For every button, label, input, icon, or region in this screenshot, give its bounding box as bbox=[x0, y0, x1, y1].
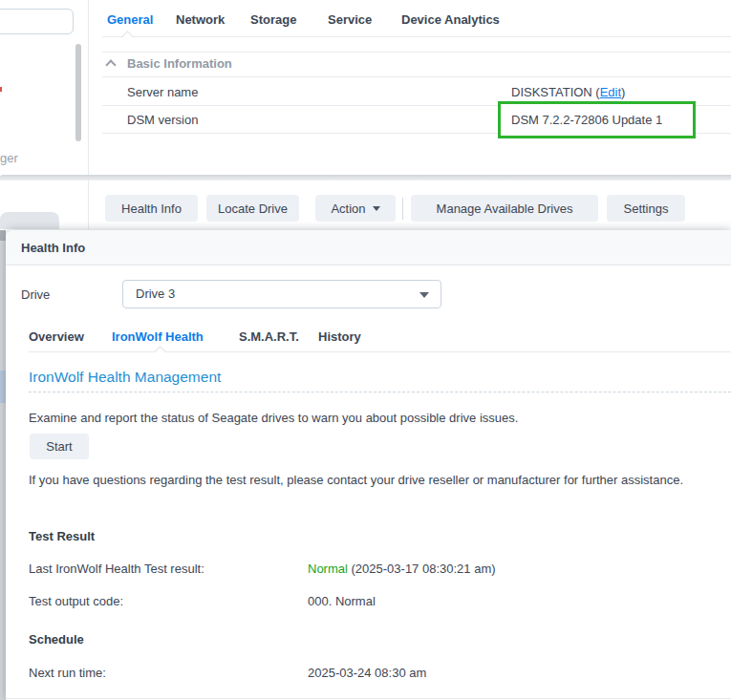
schedule-heading: Schedule bbox=[29, 632, 84, 647]
locate-drive-button-label: Locate Drive bbox=[218, 202, 288, 216]
start-button-label: Start bbox=[46, 439, 72, 454]
output-code-value: 000. Normal bbox=[308, 594, 376, 608]
next-run-label: Next run time: bbox=[29, 666, 106, 680]
collapse-chevron-icon[interactable] bbox=[105, 59, 116, 70]
divider bbox=[102, 76, 731, 77]
dialog-tab-underline bbox=[29, 351, 731, 352]
test-result-heading: Test Result bbox=[29, 529, 95, 543]
tab-underline bbox=[102, 36, 731, 37]
action-dropdown-button[interactable]: Action bbox=[315, 195, 396, 222]
server-name-text-close: ) bbox=[621, 85, 625, 99]
dialog-header[interactable]: Health Info bbox=[6, 230, 731, 265]
output-code-label: Test output code: bbox=[29, 594, 123, 608]
note-text: If you have questions regarding the test… bbox=[29, 470, 703, 491]
sidebar-divider bbox=[88, 0, 89, 175]
dialog-bottom-divider bbox=[6, 698, 731, 699]
manage-available-drives-button[interactable]: Manage Available Drives bbox=[411, 195, 598, 222]
health-info-dialog: Health Info Drive Drive 3 Overview IronW… bbox=[6, 230, 731, 700]
dialog-tab-smart[interactable]: S.M.A.R.T. bbox=[239, 329, 299, 344]
dialog-tab-history[interactable]: History bbox=[318, 329, 361, 344]
health-info-button[interactable]: Health Info bbox=[105, 195, 198, 222]
drive-select-value: Drive 3 bbox=[136, 281, 175, 308]
tab-storage[interactable]: Storage bbox=[250, 12, 296, 27]
edit-link[interactable]: Edit bbox=[600, 85, 621, 99]
drive-select[interactable]: Drive 3 bbox=[122, 280, 441, 308]
dialog-tab-overview[interactable]: Overview bbox=[29, 329, 84, 344]
dialog-tab-ironwolf-health[interactable]: IronWolf Health bbox=[112, 329, 204, 344]
last-test-label: Last IronWolf Health Test result: bbox=[29, 562, 204, 576]
dashed-divider bbox=[29, 392, 731, 392]
chevron-down-icon bbox=[373, 206, 380, 211]
last-test-value: Normal (2025-03-17 08:30:21 am) bbox=[308, 562, 496, 576]
dsm-version-label: DSM version bbox=[127, 113, 198, 127]
search-input[interactable] bbox=[0, 9, 74, 34]
tab-service[interactable]: Service bbox=[328, 12, 372, 27]
dialog-title: Health Info bbox=[21, 230, 85, 265]
window-top-edge bbox=[0, 175, 731, 180]
server-name-label: Server name bbox=[127, 85, 198, 99]
toolbar-separator bbox=[402, 198, 403, 220]
locate-drive-button[interactable]: Locate Drive bbox=[206, 195, 299, 222]
settings-button[interactable]: Settings bbox=[607, 195, 685, 222]
drive-label: Drive bbox=[21, 287, 50, 302]
ironwolf-heading: IronWolf Health Management bbox=[29, 369, 221, 386]
manage-drives-button-label: Manage Available Drives bbox=[437, 202, 573, 216]
server-name-text: DISKSTATION ( bbox=[511, 85, 600, 99]
dsm-version-value: DSM 7.2.2-72806 Update 1 bbox=[511, 113, 662, 127]
panel-divider bbox=[88, 180, 89, 229]
active-tab-notch bbox=[121, 31, 134, 43]
dialog-active-tab-notch bbox=[154, 346, 166, 358]
next-run-value: 2025-03-24 08:30 am bbox=[308, 666, 426, 680]
background-panel-edge bbox=[0, 212, 59, 229]
sidebar-scrollbar[interactable] bbox=[75, 44, 81, 141]
chevron-down-icon bbox=[419, 292, 429, 298]
description-text: Examine and report the status of Seagate… bbox=[29, 408, 717, 429]
last-test-timestamp: (2025-03-17 08:30:21 am) bbox=[348, 562, 496, 576]
tab-device-analytics[interactable]: Device Analytics bbox=[401, 12, 500, 27]
server-name-value: DISKSTATION (Edit) bbox=[511, 85, 625, 99]
basic-information-header[interactable]: Basic Information bbox=[127, 56, 232, 71]
dsm-version-highlight-box: DSM 7.2.2-72806 Update 1 bbox=[498, 101, 696, 138]
tab-general[interactable]: General bbox=[107, 12, 153, 27]
tab-network[interactable]: Network bbox=[176, 12, 225, 27]
start-button[interactable]: Start bbox=[30, 434, 89, 459]
status-normal: Normal bbox=[308, 562, 348, 576]
divider bbox=[102, 52, 731, 53]
health-info-button-label: Health Info bbox=[121, 202, 182, 216]
action-button-label: Action bbox=[331, 202, 365, 216]
screen: General Network Storage Service Device A… bbox=[0, 0, 731, 700]
sidebar-badge-fragment bbox=[0, 87, 2, 92]
settings-button-label: Settings bbox=[624, 202, 669, 216]
window-title-fragment: ger bbox=[0, 151, 18, 165]
